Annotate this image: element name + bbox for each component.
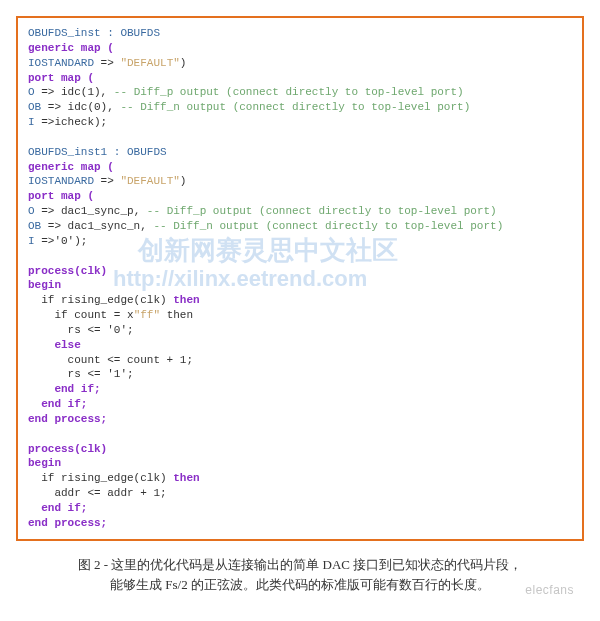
code-line: I =>'0'); (28, 234, 572, 249)
code-line: count <= count + 1; (28, 353, 572, 368)
code-line: I =>icheck); (28, 115, 572, 130)
code-line: else (28, 338, 572, 353)
code-line: end process; (28, 412, 572, 427)
caption-line-1: 图 2 - 这里的优化代码是从连接输出的简单 DAC 接口到已知状态的代码片段， (16, 555, 584, 576)
code-line (28, 427, 572, 442)
code-line: if count = x"ff" then (28, 308, 572, 323)
code-line: if rising_edge(clk) then (28, 293, 572, 308)
code-line: end if; (28, 501, 572, 516)
code-line: OB => idc(0), -- Diff_n output (connect … (28, 100, 572, 115)
code-line: O => idc(1), -- Diff_p output (connect d… (28, 85, 572, 100)
code-line: port map ( (28, 189, 572, 204)
code-line (28, 249, 572, 264)
code-line: generic map ( (28, 160, 572, 175)
corner-watermark: elecfans (525, 581, 574, 600)
code-line: IOSTANDARD => "DEFAULT") (28, 174, 572, 189)
code-line: begin (28, 278, 572, 293)
code-line: generic map ( (28, 41, 572, 56)
code-line: port map ( (28, 71, 572, 86)
code-line: OBUFDS_inst : OBUFDS (28, 26, 572, 41)
code-line: begin (28, 456, 572, 471)
code-line: end process; (28, 516, 572, 531)
code-line: addr <= addr + 1; (28, 486, 572, 501)
code-line: O => dac1_sync_p, -- Diff_p output (conn… (28, 204, 572, 219)
caption-line-2: 能够生成 Fs/2 的正弦波。此类代码的标准版可能有数百行的长度。 (16, 575, 584, 596)
code-line: OB => dac1_sync_n, -- Diff_n output (con… (28, 219, 572, 234)
code-line: process(clk) (28, 442, 572, 457)
code-line: process(clk) (28, 264, 572, 279)
code-line: end if; (28, 397, 572, 412)
code-line: rs <= '1'; (28, 367, 572, 382)
code-line: end if; (28, 382, 572, 397)
code-block-frame: 创新网赛灵思中文社区 http://xilinx.eetrend.com OBU… (16, 16, 584, 541)
code-line: IOSTANDARD => "DEFAULT") (28, 56, 572, 71)
code-line: if rising_edge(clk) then (28, 471, 572, 486)
figure-caption: 图 2 - 这里的优化代码是从连接输出的简单 DAC 接口到已知状态的代码片段，… (16, 555, 584, 597)
code-line: rs <= '0'; (28, 323, 572, 338)
code-line (28, 130, 572, 145)
code-line: OBUFDS_inst1 : OBUFDS (28, 145, 572, 160)
